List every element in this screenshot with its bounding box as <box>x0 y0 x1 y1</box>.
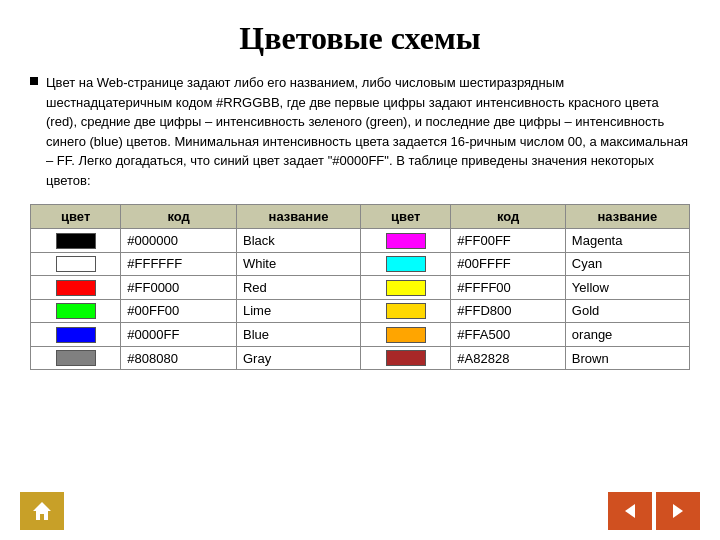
col-header-code2: код <box>451 205 566 229</box>
forward-button[interactable] <box>656 492 700 530</box>
color-code-1: #00FF00 <box>121 299 237 323</box>
col-header-code1: код <box>121 205 237 229</box>
color-label-1: Lime <box>236 299 360 323</box>
color-label-2: Yellow <box>565 276 689 300</box>
forward-arrow-icon <box>667 500 689 522</box>
table-header-row: цвет код название цвет код название <box>31 205 690 229</box>
table-row: #0000FFBlue#FFA500orange <box>31 323 690 347</box>
footer-nav <box>0 492 720 530</box>
color-swatch-1 <box>31 252 121 276</box>
color-label-2: Gold <box>565 299 689 323</box>
color-swatch-1 <box>31 229 121 253</box>
color-code-2: #FF00FF <box>451 229 566 253</box>
color-code-2: #FFD800 <box>451 299 566 323</box>
page-title: Цветовые схемы <box>30 20 690 57</box>
color-code-2: #00FFFF <box>451 252 566 276</box>
color-label-2: Brown <box>565 346 689 370</box>
color-swatch-2 <box>361 346 451 370</box>
col-header-name1: название <box>236 205 360 229</box>
color-label-1: Black <box>236 229 360 253</box>
color-swatch-2 <box>361 252 451 276</box>
svg-marker-1 <box>625 504 635 518</box>
color-code-1: #0000FF <box>121 323 237 347</box>
table-row: #00FF00Lime#FFD800Gold <box>31 299 690 323</box>
color-swatch-1 <box>31 323 121 347</box>
table-row: #000000Black#FF00FFMagenta <box>31 229 690 253</box>
color-label-2: Cyan <box>565 252 689 276</box>
color-swatch-2 <box>361 323 451 347</box>
color-code-2: #A82828 <box>451 346 566 370</box>
col-header-color1: цвет <box>31 205 121 229</box>
back-arrow-icon <box>619 500 641 522</box>
color-swatch-2 <box>361 229 451 253</box>
svg-marker-2 <box>673 504 683 518</box>
color-code-2: #FFA500 <box>451 323 566 347</box>
color-code-1: #FFFFFF <box>121 252 237 276</box>
col-header-name2: название <box>565 205 689 229</box>
table-row: #808080Gray#A82828Brown <box>31 346 690 370</box>
back-button[interactable] <box>608 492 652 530</box>
bullet-icon <box>30 77 38 85</box>
color-label-2: orange <box>565 323 689 347</box>
color-label-1: Gray <box>236 346 360 370</box>
color-code-1: #808080 <box>121 346 237 370</box>
color-code-1: #000000 <box>121 229 237 253</box>
color-label-1: Red <box>236 276 360 300</box>
color-swatch-1 <box>31 299 121 323</box>
color-label-1: White <box>236 252 360 276</box>
color-swatch-2 <box>361 276 451 300</box>
color-label-2: Magenta <box>565 229 689 253</box>
table-row: #FFFFFFWhite#00FFFFCyan <box>31 252 690 276</box>
table-row: #FF0000Red#FFFF00Yellow <box>31 276 690 300</box>
svg-marker-0 <box>33 502 51 520</box>
color-swatch-1 <box>31 346 121 370</box>
intro-section: Цвет на Web-странице задают либо его наз… <box>30 73 690 190</box>
color-swatch-1 <box>31 276 121 300</box>
color-label-1: Blue <box>236 323 360 347</box>
color-table: цвет код название цвет код название #000… <box>30 204 690 370</box>
intro-text: Цвет на Web-странице задают либо его наз… <box>46 73 690 190</box>
color-code-2: #FFFF00 <box>451 276 566 300</box>
color-swatch-2 <box>361 299 451 323</box>
color-code-1: #FF0000 <box>121 276 237 300</box>
home-button[interactable] <box>20 492 64 530</box>
home-icon <box>31 500 53 522</box>
col-header-color2: цвет <box>361 205 451 229</box>
